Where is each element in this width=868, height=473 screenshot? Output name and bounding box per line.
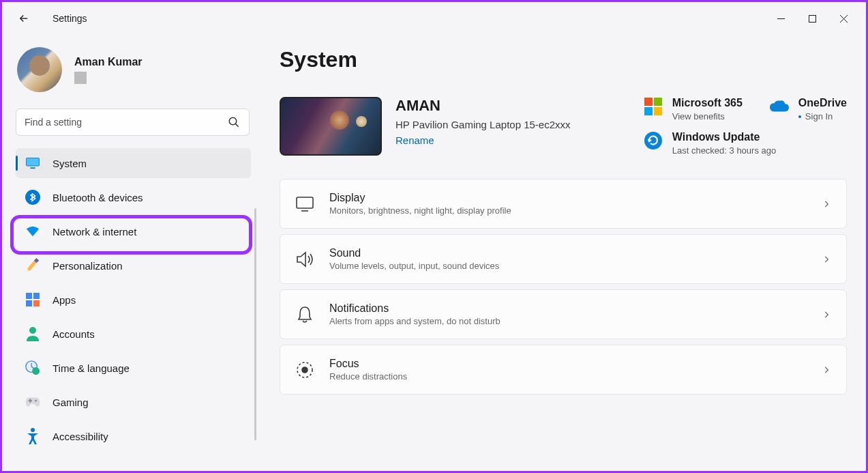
display-icon [295, 195, 314, 214]
device-wallpaper-thumbnail[interactable] [280, 97, 382, 156]
nav-item-gaming[interactable]: Gaming [16, 387, 251, 417]
status-cards: Microsoft 365 View benefits OneDrive Sig… [644, 97, 847, 156]
window-title: Settings [53, 13, 87, 24]
sidebar: Aman Kumar System Bluetooth & devices [2, 35, 258, 471]
card-title: Display [329, 192, 807, 204]
svg-point-2 [229, 117, 237, 125]
nav-label: Time & language [53, 362, 130, 374]
nav-list: System Bluetooth & devices Network & int… [16, 148, 251, 451]
minimize-button[interactable] [765, 8, 796, 29]
svg-point-17 [31, 428, 35, 432]
nav-item-network[interactable]: Network & internet [16, 216, 251, 246]
focus-icon [295, 360, 314, 379]
status-sub: View benefits [672, 111, 743, 121]
nav-item-system[interactable]: System [16, 148, 251, 178]
nav-item-time-language[interactable]: Time & language [16, 353, 251, 383]
card-notifications[interactable]: Notifications Alerts from apps and syste… [280, 289, 847, 339]
user-email-blurred [74, 72, 143, 83]
nav-label: Network & internet [53, 226, 136, 238]
chevron-right-icon [822, 199, 831, 209]
rename-link[interactable]: Rename [395, 134, 434, 146]
nav-item-apps[interactable]: Apps [16, 285, 251, 315]
svg-rect-10 [33, 300, 40, 306]
person-icon [25, 326, 40, 341]
chevron-right-icon [822, 310, 831, 319]
device-info: AMAN HP Pavilion Gaming Laptop 15-ec2xxx… [395, 97, 614, 147]
ms365-icon [644, 97, 663, 116]
clock-globe-icon [25, 360, 40, 375]
back-arrow-icon [18, 12, 30, 25]
svg-rect-16 [29, 399, 31, 403]
card-display[interactable]: Display Monitors, brightness, night ligh… [280, 179, 847, 229]
bell-icon [295, 305, 314, 324]
titlebar-left: Settings [17, 12, 87, 25]
card-title: Focus [329, 358, 807, 370]
card-subtitle: Alerts from apps and system, do not dist… [329, 316, 807, 326]
card-focus[interactable]: Focus Reduce distractions [280, 345, 847, 395]
card-subtitle: Monitors, brightness, night light, displ… [329, 205, 807, 216]
search-icon [228, 116, 240, 128]
onedrive-icon [770, 97, 789, 116]
close-icon [840, 15, 848, 23]
svg-point-14 [35, 400, 37, 402]
status-sub: Last checked: 3 hours ago [672, 145, 777, 156]
svg-rect-0 [777, 18, 785, 19]
back-button[interactable] [17, 12, 31, 25]
svg-rect-8 [33, 293, 40, 299]
status-ms365[interactable]: Microsoft 365 View benefits [644, 97, 743, 121]
card-subtitle: Reduce distractions [329, 371, 807, 382]
titlebar: Settings [2, 2, 866, 35]
maximize-button[interactable] [796, 8, 828, 29]
window-controls [765, 8, 859, 29]
nav-label: System [53, 158, 87, 169]
nav-label: Accounts [53, 328, 95, 340]
close-button[interactable] [828, 8, 859, 29]
chevron-right-icon [822, 255, 831, 264]
system-icon [25, 156, 40, 171]
card-sound[interactable]: Sound Volume levels, output, input, soun… [280, 234, 847, 284]
nav-item-personalization[interactable]: Personalization [16, 250, 251, 281]
svg-rect-5 [30, 167, 35, 169]
status-title: Windows Update [672, 131, 777, 143]
device-section: AMAN HP Pavilion Gaming Laptop 15-ec2xxx… [280, 97, 847, 156]
status-title: Microsoft 365 [672, 97, 743, 109]
nav-label: Accessibility [53, 431, 108, 442]
wifi-icon [25, 224, 40, 239]
device-model: HP Pavilion Gaming Laptop 15-ec2xxx [395, 119, 614, 130]
svg-point-13 [32, 367, 40, 375]
status-onedrive[interactable]: OneDrive Sign In [770, 97, 847, 121]
sound-icon [295, 250, 314, 269]
card-title: Sound [329, 247, 807, 259]
bluetooth-icon [25, 190, 40, 205]
minimize-icon [777, 15, 785, 23]
svg-rect-4 [27, 158, 39, 166]
nav-label: Bluetooth & devices [53, 192, 143, 203]
svg-point-11 [29, 327, 36, 334]
search-container [16, 109, 250, 136]
accessibility-icon [25, 429, 40, 444]
page-title: System [280, 47, 847, 72]
settings-cards: Display Monitors, brightness, night ligh… [280, 179, 847, 395]
svg-point-18 [644, 132, 662, 149]
status-windows-update[interactable]: Windows Update Last checked: 3 hours ago [644, 131, 777, 156]
nav-item-accessibility[interactable]: Accessibility [16, 421, 251, 451]
sidebar-scrollbar[interactable] [254, 208, 256, 440]
nav-item-accounts[interactable]: Accounts [16, 319, 251, 349]
user-profile[interactable]: Aman Kumar [16, 47, 258, 92]
nav-label: Apps [53, 294, 76, 306]
nav-item-bluetooth[interactable]: Bluetooth & devices [16, 182, 251, 212]
user-name: Aman Kumar [74, 56, 143, 68]
gamepad-icon [25, 395, 40, 410]
search-input[interactable] [16, 109, 250, 136]
svg-rect-19 [297, 197, 313, 208]
svg-rect-1 [809, 15, 815, 22]
card-title: Notifications [329, 302, 807, 315]
card-subtitle: Volume levels, output, input, sound devi… [329, 261, 807, 271]
status-title: OneDrive [798, 97, 847, 109]
update-icon [644, 131, 663, 150]
chevron-right-icon [822, 365, 831, 375]
avatar [17, 47, 62, 92]
maximize-icon [809, 15, 816, 23]
svg-rect-7 [26, 293, 32, 299]
content-area: System AMAN HP Pavilion Gaming Laptop 15… [258, 35, 866, 471]
